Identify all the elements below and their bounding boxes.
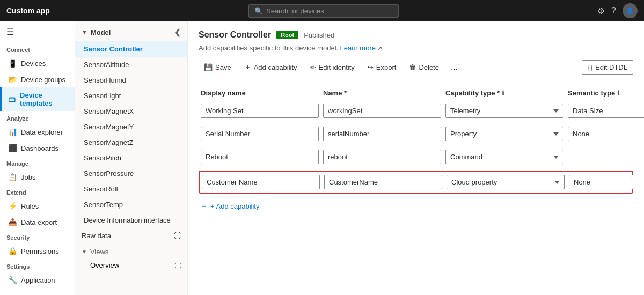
table-row-customer-name: Cloud propertyTelemetryPropertyCommand N… <box>199 171 633 194</box>
raw-data-row[interactable]: Raw data ⛶ <box>75 228 187 244</box>
content-title: Sensor Controller <box>199 30 271 40</box>
middle-item-sensor-magnet-x[interactable]: SensorMagnetX <box>75 104 187 119</box>
badge-published: Published <box>304 31 334 39</box>
add-capability-button[interactable]: ＋ + Add capability <box>199 198 633 214</box>
middle-item-sensor-altitude[interactable]: SensorAltitude <box>75 57 187 72</box>
app-title: Custom app <box>6 6 50 15</box>
middle-item-sensor-temp[interactable]: SensorTemp <box>75 197 187 212</box>
sidebar-item-rules[interactable]: ⚡ Rules <box>0 198 75 214</box>
delete-icon: 🗑 <box>409 63 416 71</box>
capability-type-select-reboot[interactable]: CommandTelemetryPropertyCloud property <box>445 150 564 164</box>
chevron-down-icon: ▼ <box>82 29 87 35</box>
devices-icon: 📱 <box>8 59 17 68</box>
search-input[interactable] <box>266 7 393 15</box>
connect-section-label: Connect <box>0 42 75 55</box>
edit-dtdl-icon: {} <box>588 63 592 71</box>
expand-icon: ⛶ <box>174 232 181 240</box>
middle-item-sensor-magnet-y[interactable]: SensorMagnetY <box>75 119 187 135</box>
manage-section-label: Manage <box>0 156 75 169</box>
middle-panel-title: Model <box>91 28 111 36</box>
middle-panel: ▼ Model ❮ Sensor Controller SensorAltitu… <box>75 21 188 295</box>
sidebar-item-devices[interactable]: 📱 Devices <box>0 55 75 71</box>
content-subtitle: Add capabilities specific to this device… <box>199 44 633 52</box>
middle-item-sensor-pitch[interactable]: SensorPitch <box>75 150 187 166</box>
sidebar-item-device-groups[interactable]: 📂 Device groups <box>0 71 75 87</box>
name-input-working-set[interactable] <box>323 104 441 118</box>
edit-dtdl-button[interactable]: {} Edit DTDL <box>582 60 633 75</box>
sidebar-item-rules-label: Rules <box>21 202 39 210</box>
settings-section-label: Settings <box>0 259 75 272</box>
sidebar: ☰ Connect 📱 Devices 📂 Device groups 🗃 De… <box>0 21 75 295</box>
name-input-serial-number[interactable] <box>323 127 441 141</box>
name-input-reboot[interactable] <box>323 150 441 164</box>
export-button[interactable]: ↪ Export <box>362 61 402 74</box>
sidebar-item-dashboards[interactable]: ⬛ Dashboards <box>0 140 75 156</box>
middle-item-sensor-controller[interactable]: Sensor Controller <box>75 41 187 57</box>
middle-item-sensor-light[interactable]: SensorLight <box>75 88 187 104</box>
delete-button[interactable]: 🗑 Delete <box>404 61 444 74</box>
add-capability-icon: ＋ <box>201 201 208 211</box>
edit-identity-button[interactable]: ✏ Edit identity <box>305 61 360 74</box>
external-link-icon: ↗ <box>377 45 382 51</box>
help-icon[interactable]: ? <box>611 6 616 16</box>
sidebar-item-jobs[interactable]: 📋 Jobs <box>0 169 75 185</box>
sidebar-item-data-explorer[interactable]: 📊 Data explorer <box>0 124 75 140</box>
topbar: Custom app 🔍 ⚙ ? 👤 <box>0 0 644 21</box>
semantic-type-select-working-set[interactable]: Data SizeNoneVelocity <box>568 104 644 118</box>
middle-item-sensor-roll[interactable]: SensorRoll <box>75 181 187 197</box>
sidebar-item-permissions[interactable]: 🔒 Permissions <box>0 243 75 259</box>
sidebar-item-application[interactable]: 🔧 Application <box>0 272 75 288</box>
capability-type-info-icon[interactable]: ℹ <box>502 90 504 97</box>
capability-type-select-working-set[interactable]: TelemetryPropertyCommandCloud property <box>445 104 564 118</box>
save-button[interactable]: 💾 Save <box>199 61 237 74</box>
header-capability-type: Capability type * ℹ <box>445 89 564 97</box>
middle-item-device-information[interactable]: Device Information interface <box>75 212 187 228</box>
display-name-input-working-set[interactable] <box>201 104 319 118</box>
capability-type-select-customer-name[interactable]: Cloud propertyTelemetryPropertyCommand <box>447 175 565 189</box>
middle-item-sensor-magnet-z[interactable]: SensorMagnetZ <box>75 135 187 150</box>
capability-table: Display name Name * Capability type * ℹ … <box>199 89 633 214</box>
middle-panel-content: Sensor Controller SensorAltitude SensorH… <box>75 41 187 295</box>
add-capability-button[interactable]: ＋ Add capability <box>239 60 303 75</box>
middle-item-sensor-humid[interactable]: SensorHumid <box>75 72 187 88</box>
search-icon: 🔍 <box>254 7 263 15</box>
name-input-customer-name[interactable] <box>324 175 442 189</box>
extend-section-label: Extend <box>0 185 75 198</box>
capability-type-select-serial-number[interactable]: PropertyTelemetryCommandCloud property <box>445 127 564 141</box>
sidebar-item-data-export-label: Data export <box>21 218 57 226</box>
middle-panel-header: ▼ Model ❮ <box>75 21 187 41</box>
chevron-down-icon: ▼ <box>82 249 87 255</box>
views-overview-expand-icon: ⛶ <box>175 262 181 269</box>
display-name-input-reboot[interactable] <box>201 150 319 164</box>
semantic-type-info-icon[interactable]: ℹ <box>617 90 620 97</box>
sidebar-item-application-label: Application <box>21 276 55 284</box>
raw-data-label: Raw data <box>82 232 111 240</box>
display-name-input-serial-number[interactable] <box>201 127 319 141</box>
views-section[interactable]: ▼ Views <box>75 244 187 258</box>
sidebar-item-data-explorer-label: Data explorer <box>21 128 63 136</box>
device-groups-icon: 📂 <box>8 75 17 84</box>
display-name-input-customer-name[interactable] <box>202 175 320 189</box>
header-semantic-type: Semantic type ℹ <box>568 89 644 97</box>
toolbar: 💾 Save ＋ Add capability ✏ Edit identity … <box>199 60 633 80</box>
hamburger-icon[interactable]: ☰ <box>0 21 75 42</box>
sidebar-item-permissions-label: Permissions <box>21 247 59 255</box>
views-overview-row[interactable]: Overview ⛶ <box>75 258 187 272</box>
badge-root: Root <box>276 31 298 39</box>
search-container: 🔍 <box>248 4 399 18</box>
application-icon: 🔧 <box>8 276 17 284</box>
sidebar-item-device-templates[interactable]: 🗃 Device templates <box>0 87 75 111</box>
semantic-type-select-customer-name[interactable]: NoneData SizeVelocity <box>569 175 644 189</box>
middle-item-sensor-pressure[interactable]: SensorPressure <box>75 166 187 181</box>
data-explorer-icon: 📊 <box>8 128 17 136</box>
device-templates-icon: 🗃 <box>8 95 16 104</box>
avatar[interactable]: 👤 <box>623 3 638 18</box>
collapse-icon[interactable]: ❮ <box>174 28 181 36</box>
semantic-type-select-serial-number[interactable]: NoneData SizeVelocity <box>568 127 644 141</box>
sidebar-item-data-export[interactable]: 📤 Data export <box>0 214 75 230</box>
table-header: Display name Name * Capability type * ℹ … <box>199 89 633 97</box>
more-button[interactable]: ... <box>447 60 462 75</box>
settings-icon[interactable]: ⚙ <box>597 6 605 16</box>
save-icon: 💾 <box>204 63 213 71</box>
learn-more-link[interactable]: Learn more <box>340 44 375 52</box>
